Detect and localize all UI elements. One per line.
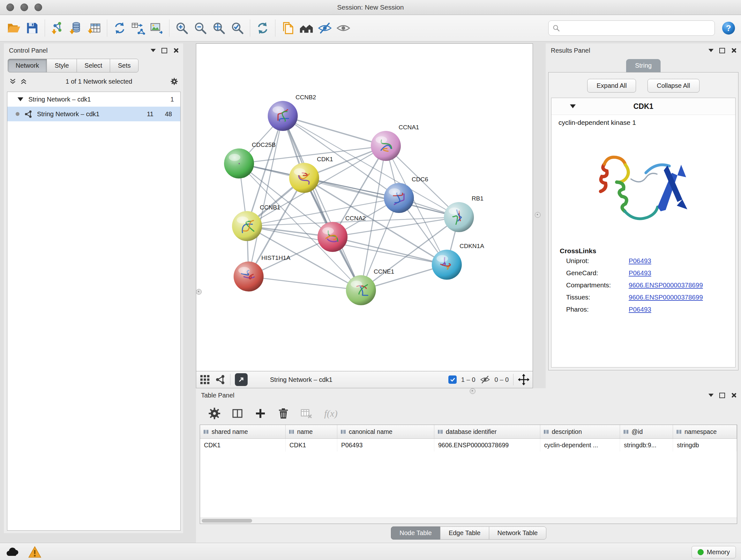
edge-CCNB2-HIST1H1A[interactable] [249, 116, 283, 276]
close-panel-icon[interactable] [173, 48, 179, 53]
edge-CCNB2-CCNE1[interactable] [283, 116, 361, 290]
tab-string[interactable]: String [626, 59, 661, 72]
import-table-from-file-button[interactable] [85, 18, 104, 38]
protein-card: CDK1 cyclin-dependent kinase 1 [551, 98, 736, 368]
hide-selected-button[interactable] [316, 18, 334, 38]
node-CDK1[interactable]: CDK1 [289, 156, 333, 193]
node-label: CCNB1 [260, 204, 280, 211]
zoom-in-button[interactable] [173, 18, 191, 38]
float-panel-icon[interactable] [161, 48, 167, 53]
gear-icon[interactable] [171, 78, 178, 85]
open-session-button[interactable] [4, 18, 23, 38]
pan-mode-button[interactable] [518, 374, 529, 385]
node-CCNA1[interactable]: CCNA1 [371, 124, 419, 161]
crosslink-link[interactable]: P06493 [629, 306, 651, 313]
search-input[interactable] [562, 24, 711, 32]
warning-button[interactable] [28, 546, 42, 558]
zoom-out-button[interactable] [191, 18, 210, 38]
edge-HIST1H1A-CCNE1[interactable] [249, 276, 361, 290]
table-to-network-icon [131, 21, 145, 36]
node-CCNB1[interactable]: CCNB1 [232, 204, 280, 241]
tab-network-table[interactable]: Network Table [489, 526, 546, 540]
network-row-selected[interactable]: String Network – cdk1 11 48 [7, 107, 180, 121]
crosslink-link[interactable]: P06493 [629, 257, 651, 265]
folder-open-icon [6, 21, 21, 36]
birdseye-view-button[interactable] [199, 374, 210, 385]
cloud-button[interactable] [5, 547, 20, 557]
node-CCNB2[interactable]: CCNB2 [268, 94, 316, 131]
home-views-button[interactable] [297, 18, 316, 38]
tab-style[interactable]: Style [47, 59, 77, 72]
column-header-@id[interactable]: @id [620, 425, 673, 438]
crosslink-link[interactable]: P06493 [629, 269, 651, 277]
tab-node-table[interactable]: Node Table [391, 526, 441, 540]
clear-table-button-disabled[interactable] [299, 407, 313, 421]
close-panel-icon[interactable] [731, 392, 737, 398]
tab-select[interactable]: Select [77, 59, 111, 72]
chevron-double-up-icon[interactable] [20, 78, 27, 85]
crosslink-link[interactable]: 9606.ENSP00000378699 [629, 294, 703, 301]
chevron-double-down-icon[interactable] [9, 78, 17, 85]
show-all-button[interactable] [334, 18, 353, 38]
column-header-shared-name[interactable]: shared name [200, 425, 286, 438]
column-header-namespace[interactable]: namespace [673, 425, 737, 438]
function-builder-button-disabled[interactable]: f(x) [324, 408, 338, 419]
collapse-panel-icon[interactable] [151, 49, 156, 52]
table-row[interactable]: CDK1CDK1P064939606.ENSP00000378699cyclin… [200, 439, 737, 451]
protein-section-header[interactable]: CDK1 [551, 98, 735, 115]
column-header-canonical-name[interactable]: canonical name [337, 425, 434, 438]
column-header-name[interactable]: name [286, 425, 337, 438]
network-from-table-button[interactable] [129, 18, 147, 38]
float-panel-icon[interactable] [719, 393, 725, 398]
help-button[interactable]: ? [721, 20, 737, 36]
save-session-button[interactable] [23, 18, 42, 38]
show-columns-button[interactable] [230, 407, 245, 421]
collapse-panel-icon[interactable] [709, 394, 714, 397]
selected-checkbox[interactable] [448, 375, 457, 384]
open-in-new-window-button[interactable] [235, 373, 248, 386]
section-collapse-icon[interactable] [570, 105, 576, 108]
export-image-button[interactable] [147, 18, 166, 38]
refresh-icon [255, 21, 270, 36]
search-box[interactable] [548, 20, 715, 36]
tab-sets[interactable]: Sets [110, 59, 138, 72]
splitter-grip[interactable] [535, 212, 541, 218]
float-panel-icon[interactable] [719, 48, 725, 53]
scrollbar-thumb[interactable] [202, 519, 252, 523]
memory-button[interactable]: Memory [691, 546, 736, 558]
column-icon [203, 429, 209, 435]
close-panel-icon[interactable] [731, 48, 737, 53]
tab-network[interactable]: Network [8, 59, 47, 72]
column-header-description[interactable]: description [540, 425, 620, 438]
edge-CCNB2-CCNA1[interactable] [283, 116, 386, 146]
node-HIST1H1A[interactable]: HIST1H1A [233, 254, 290, 292]
column-header-database-identifier[interactable]: database identifier [434, 425, 540, 438]
node-CDKN1A[interactable]: CDKN1A [432, 243, 484, 280]
zoom-selected-button[interactable] [228, 18, 247, 38]
delete-column-button[interactable] [276, 407, 290, 421]
table-settings-button[interactable] [207, 407, 221, 421]
import-network-from-file-button[interactable] [48, 18, 67, 38]
splitter-grip[interactable] [196, 289, 202, 295]
network-collection-row[interactable]: String Network – cdk1 1 [7, 92, 180, 107]
collapse-panel-icon[interactable] [709, 49, 714, 52]
collapse-all-button[interactable]: Collapse All [648, 79, 699, 92]
crosslink-link[interactable]: 9606.ENSP00000378699 [629, 281, 703, 289]
column-icon [289, 429, 294, 435]
copy-document-button[interactable] [279, 18, 297, 38]
fit-content-button[interactable] [210, 18, 228, 38]
string-view-button[interactable] [215, 374, 226, 385]
first-neighbors-button[interactable] [111, 18, 129, 38]
network-canvas[interactable]: CCNB2CCNA1CDC25BCDK1CDC6RB1CCNB1CCNA2CDK… [196, 44, 533, 371]
tree-expand-icon[interactable] [17, 98, 23, 101]
horizontal-scrollbar[interactable] [200, 517, 737, 523]
import-network-from-database-button[interactable] [67, 18, 85, 38]
expand-all-button[interactable]: Expand All [587, 79, 636, 92]
node-RB1[interactable]: RB1 [444, 195, 483, 232]
add-column-button[interactable] [253, 407, 267, 421]
tab-edge-table[interactable]: Edge Table [440, 526, 489, 540]
hidden-count: 0 – 0 [495, 376, 509, 383]
refresh-view-button[interactable] [253, 18, 272, 38]
splitter-grip[interactable] [470, 388, 475, 394]
toolbar-separator [250, 19, 250, 37]
